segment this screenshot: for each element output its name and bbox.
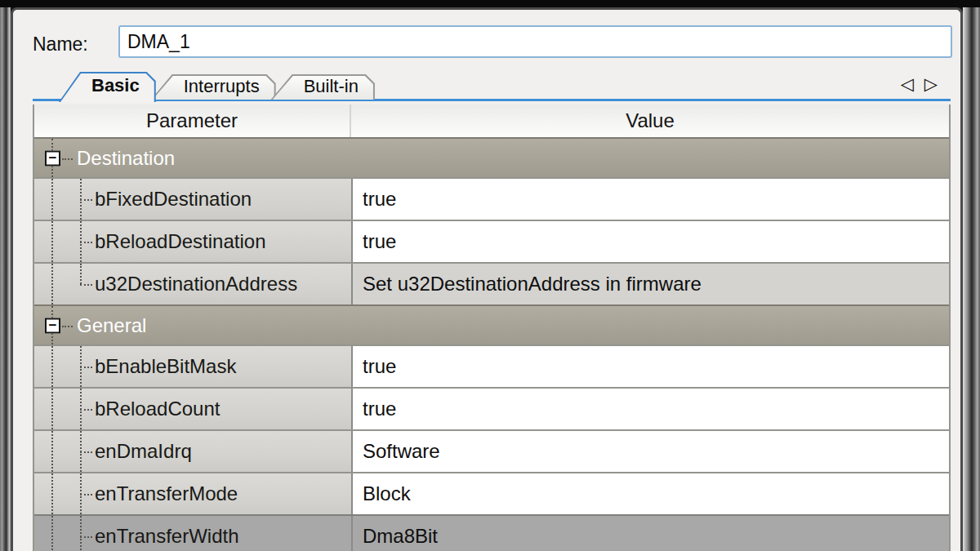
parameter-name: bReloadDestination	[95, 230, 265, 253]
window-frame-top	[0, 0, 980, 7]
tab-bar: BasicInterruptsBuilt-in	[29, 62, 954, 100]
tab-scroll-right-icon[interactable]: ▷	[924, 75, 938, 92]
parameter-cell[interactable]: enDmaIdrq	[34, 431, 351, 472]
value-cell[interactable]: Software	[351, 431, 949, 472]
table-header: Parameter Value	[34, 104, 949, 137]
parameter-name: enDmaIdrq	[95, 440, 192, 463]
tab-interrupts[interactable]: Interrupts	[151, 74, 276, 100]
value-cell[interactable]: Dma8Bit	[351, 516, 949, 551]
parameter-name: enTransferMode	[95, 482, 238, 505]
value-cell[interactable]: true	[351, 346, 949, 387]
tree-line	[80, 242, 92, 243]
parameter-cell[interactable]: u32DestinationAddress	[34, 264, 351, 304]
name-input[interactable]	[118, 25, 952, 58]
parameter-cell[interactable]: bReloadDestination	[34, 221, 351, 262]
parameter-name: enTransferWidth	[95, 525, 239, 548]
param-row-u32destinationaddress: u32DestinationAddressSet u32DestinationA…	[34, 262, 949, 304]
tree-line	[80, 284, 92, 286]
parameter-cell[interactable]: bEnableBitMask	[34, 346, 351, 387]
parameter-name: bEnableBitMask	[95, 355, 236, 378]
collapse-icon[interactable]: −	[45, 150, 60, 166]
tree-line	[51, 346, 53, 387]
tree-line	[51, 516, 53, 551]
param-row-entransfermode: enTransferModeBlock	[34, 472, 949, 514]
column-header-parameter: Parameter	[34, 104, 351, 137]
group-row-destination[interactable]: −Destination	[34, 137, 949, 177]
tree-line	[80, 536, 92, 538]
tree-line	[80, 494, 92, 495]
tab-label: Basic	[59, 75, 156, 100]
window-frame-right	[963, 0, 980, 551]
parameter-name: bReloadCount	[95, 398, 220, 420]
tab-label: Built-in	[271, 76, 375, 99]
parameter-cell[interactable]: enTransferWidth	[34, 516, 351, 551]
component-configure-dialog: Name: BasicInterruptsBuilt-in ◁ ▷ Parame…	[11, 7, 963, 551]
parameter-name: u32DestinationAddress	[95, 273, 297, 295]
parameter-cell[interactable]: bFixedDestination	[34, 179, 351, 220]
tree-line	[80, 409, 92, 411]
value-cell[interactable]: true	[351, 221, 949, 262]
collapse-icon[interactable]: −	[45, 318, 60, 333]
tree-line	[80, 367, 92, 368]
tree-line	[51, 264, 53, 304]
group-row-general[interactable]: −General	[34, 304, 949, 344]
tree-line	[80, 199, 92, 201]
tree-line	[51, 431, 53, 472]
param-row-breloadcount: bReloadCounttrue	[34, 387, 949, 429]
tree-line	[80, 516, 82, 551]
group-label: Destination	[77, 147, 175, 170]
param-row-bfixeddestination: bFixedDestinationtrue	[34, 177, 949, 220]
tree-line	[51, 473, 53, 514]
tab-scroll-left-icon[interactable]: ◁	[901, 75, 914, 92]
value-cell[interactable]: true	[351, 179, 949, 220]
table-body: −DestinationbFixedDestinationtruebReload…	[34, 137, 949, 551]
parameter-table: Parameter Value −DestinationbFixedDestin…	[33, 104, 951, 551]
tab-label: Interrupts	[151, 76, 276, 99]
parameter-cell[interactable]: bReloadCount	[34, 389, 351, 429]
tree-line	[51, 221, 53, 262]
tab-basic[interactable]: Basic	[59, 72, 156, 102]
parameter-name: bFixedDestination	[95, 188, 252, 211]
tab-built-in[interactable]: Built-in	[271, 74, 375, 100]
param-row-benablebitmask: bEnableBitMasktrue	[34, 344, 949, 387]
tree-line	[62, 326, 73, 327]
param-row-endmaidrq: enDmaIdrqSoftware	[34, 429, 949, 472]
value-cell[interactable]: true	[351, 389, 949, 429]
tree-line	[62, 158, 73, 160]
value-cell[interactable]: Set u32DestinationAddress in firmware	[351, 264, 949, 304]
group-label: General	[77, 314, 146, 337]
param-row-entransferwidth: enTransferWidthDma8Bit	[34, 514, 949, 551]
tree-line	[80, 451, 92, 453]
value-cell[interactable]: Block	[351, 473, 949, 514]
tree-line	[80, 264, 82, 284]
column-header-value: Value	[351, 104, 949, 137]
tab-scroll-arrows: ◁ ▷	[901, 75, 938, 92]
tree-line	[51, 179, 53, 220]
name-label: Name:	[33, 29, 88, 59]
tree-line	[51, 389, 53, 429]
parameter-cell[interactable]: enTransferMode	[34, 473, 351, 514]
window-frame-left	[0, 0, 11, 551]
param-row-breloaddestination: bReloadDestinationtrue	[34, 220, 949, 262]
